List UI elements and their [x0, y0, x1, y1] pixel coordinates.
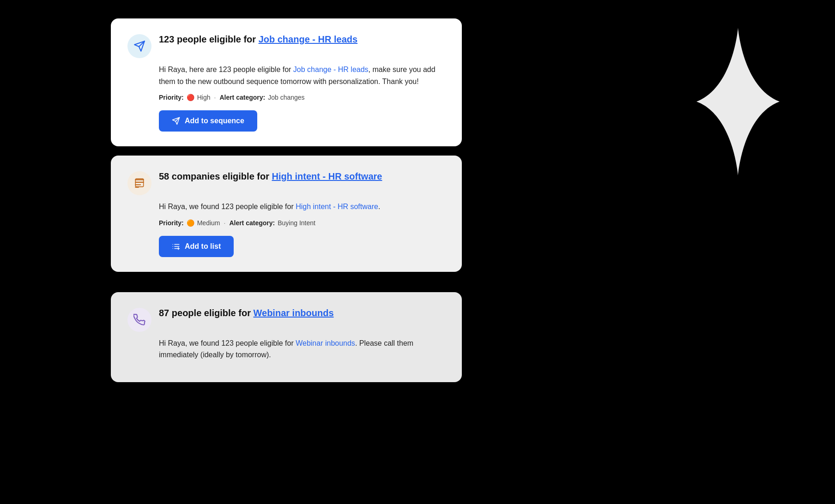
- card-3-title-link[interactable]: Webinar inbounds: [254, 308, 334, 318]
- alert-value-2: Buying Intent: [278, 219, 315, 227]
- svg-rect-0: [135, 180, 144, 180]
- sequence-btn-icon: [172, 117, 180, 125]
- list-btn-icon: [172, 242, 180, 251]
- card-1-body: Hi Raya, here are 123 people eligible fo…: [127, 64, 445, 132]
- card-1-text: Hi Raya, here are 123 people eligible fo…: [159, 64, 445, 87]
- star-decoration: [696, 28, 780, 177]
- card-high-intent: 58 companies eligible for High intent - …: [111, 156, 462, 272]
- priority-value-1: High: [197, 94, 211, 101]
- list-icon-wrap: [127, 171, 151, 195]
- card-1-meta: Priority: 🔴 High · Alert category: Job c…: [159, 94, 445, 101]
- card-2-meta: Priority: 🟠 Medium · Alert category: Buy…: [159, 219, 445, 227]
- card-1-title: 123 people eligible for Job change - HR …: [159, 33, 357, 45]
- svg-rect-1: [135, 182, 144, 183]
- card-2-header: 58 companies eligible for High intent - …: [127, 170, 445, 195]
- card-1-title-link[interactable]: Job change - HR leads: [259, 34, 358, 44]
- card-webinar-inbounds: 87 people eligible for Webinar inbounds …: [111, 292, 462, 382]
- card-2-title-link[interactable]: High intent - HR software: [272, 171, 382, 181]
- send-icon-wrap: [127, 34, 151, 58]
- phone-icon: [133, 314, 145, 326]
- card-1-header: 123 people eligible for Job change - HR …: [127, 33, 445, 58]
- card-3-title: 87 people eligible for Webinar inbounds: [159, 307, 334, 319]
- add-to-sequence-button[interactable]: Add to sequence: [159, 110, 257, 132]
- card-3-header: 87 people eligible for Webinar inbounds: [127, 307, 445, 332]
- card-2-title: 58 companies eligible for High intent - …: [159, 170, 382, 182]
- alert-value-1: Job changes: [268, 94, 304, 101]
- priority-emoji-2: 🟠: [187, 219, 194, 227]
- svg-rect-2: [135, 184, 141, 185]
- add-to-list-button[interactable]: Add to list: [159, 236, 234, 257]
- card-3-body-link[interactable]: Webinar inbounds: [296, 339, 355, 347]
- priority-emoji-1: 🔴: [187, 94, 194, 101]
- priority-value-2: Medium: [197, 219, 220, 227]
- card-2-body: Hi Raya, we found 123 people eligible fo…: [127, 201, 445, 257]
- cards-container: 123 people eligible for Job change - HR …: [111, 18, 462, 373]
- send-icon: [133, 40, 145, 52]
- phone-icon-wrap: [127, 308, 151, 332]
- card-2-text: Hi Raya, we found 123 people eligible fo…: [159, 201, 445, 213]
- card-job-change: 123 people eligible for Job change - HR …: [111, 18, 462, 146]
- card-3-body: Hi Raya, we found 123 people eligible fo…: [127, 337, 445, 361]
- card-1-body-link[interactable]: Job change - HR leads: [293, 66, 369, 73]
- card-2-body-link[interactable]: High intent - HR software: [296, 203, 378, 210]
- list-icon: [133, 177, 145, 189]
- card-3-text: Hi Raya, we found 123 people eligible fo…: [159, 337, 445, 361]
